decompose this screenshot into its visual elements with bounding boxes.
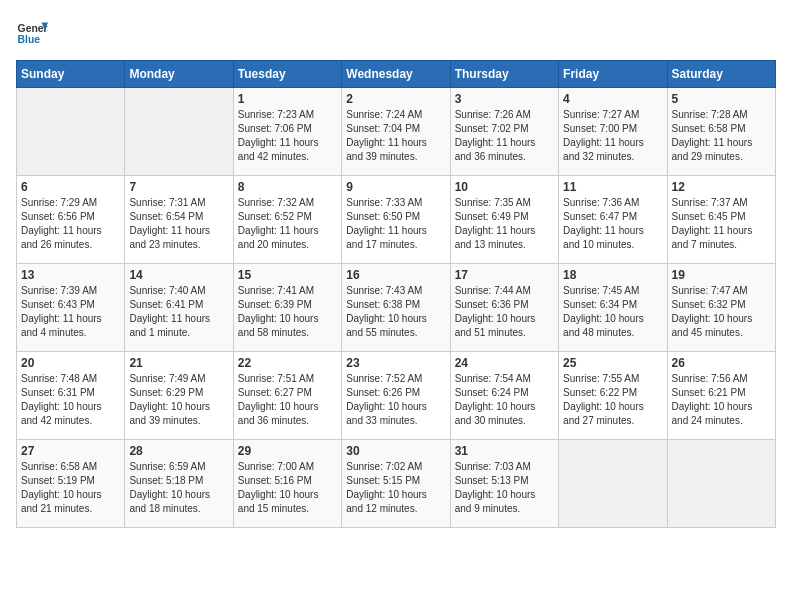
calendar-cell: 7Sunrise: 7:31 AM Sunset: 6:54 PM Daylig… bbox=[125, 176, 233, 264]
logo: General Blue bbox=[16, 16, 52, 48]
calendar-cell: 9Sunrise: 7:33 AM Sunset: 6:50 PM Daylig… bbox=[342, 176, 450, 264]
calendar-cell: 26Sunrise: 7:56 AM Sunset: 6:21 PM Dayli… bbox=[667, 352, 775, 440]
calendar-cell: 16Sunrise: 7:43 AM Sunset: 6:38 PM Dayli… bbox=[342, 264, 450, 352]
calendar-cell: 15Sunrise: 7:41 AM Sunset: 6:39 PM Dayli… bbox=[233, 264, 341, 352]
day-info: Sunrise: 7:44 AM Sunset: 6:36 PM Dayligh… bbox=[455, 284, 554, 340]
calendar-cell bbox=[559, 440, 667, 528]
day-info: Sunrise: 7:28 AM Sunset: 6:58 PM Dayligh… bbox=[672, 108, 771, 164]
day-info: Sunrise: 7:55 AM Sunset: 6:22 PM Dayligh… bbox=[563, 372, 662, 428]
calendar-cell: 5Sunrise: 7:28 AM Sunset: 6:58 PM Daylig… bbox=[667, 88, 775, 176]
weekday-header-wednesday: Wednesday bbox=[342, 61, 450, 88]
day-number: 7 bbox=[129, 180, 228, 194]
calendar-cell: 8Sunrise: 7:32 AM Sunset: 6:52 PM Daylig… bbox=[233, 176, 341, 264]
day-info: Sunrise: 7:36 AM Sunset: 6:47 PM Dayligh… bbox=[563, 196, 662, 252]
day-number: 30 bbox=[346, 444, 445, 458]
calendar-cell: 20Sunrise: 7:48 AM Sunset: 6:31 PM Dayli… bbox=[17, 352, 125, 440]
day-number: 31 bbox=[455, 444, 554, 458]
day-number: 13 bbox=[21, 268, 120, 282]
day-number: 11 bbox=[563, 180, 662, 194]
calendar-cell: 18Sunrise: 7:45 AM Sunset: 6:34 PM Dayli… bbox=[559, 264, 667, 352]
day-info: Sunrise: 6:58 AM Sunset: 5:19 PM Dayligh… bbox=[21, 460, 120, 516]
day-number: 1 bbox=[238, 92, 337, 106]
week-row-5: 27Sunrise: 6:58 AM Sunset: 5:19 PM Dayli… bbox=[17, 440, 776, 528]
day-number: 3 bbox=[455, 92, 554, 106]
day-info: Sunrise: 7:51 AM Sunset: 6:27 PM Dayligh… bbox=[238, 372, 337, 428]
calendar-cell bbox=[125, 88, 233, 176]
day-info: Sunrise: 7:56 AM Sunset: 6:21 PM Dayligh… bbox=[672, 372, 771, 428]
day-number: 23 bbox=[346, 356, 445, 370]
calendar-cell: 14Sunrise: 7:40 AM Sunset: 6:41 PM Dayli… bbox=[125, 264, 233, 352]
day-number: 16 bbox=[346, 268, 445, 282]
day-info: Sunrise: 7:00 AM Sunset: 5:16 PM Dayligh… bbox=[238, 460, 337, 516]
calendar-cell: 17Sunrise: 7:44 AM Sunset: 6:36 PM Dayli… bbox=[450, 264, 558, 352]
week-row-3: 13Sunrise: 7:39 AM Sunset: 6:43 PM Dayli… bbox=[17, 264, 776, 352]
calendar-cell: 6Sunrise: 7:29 AM Sunset: 6:56 PM Daylig… bbox=[17, 176, 125, 264]
day-info: Sunrise: 7:49 AM Sunset: 6:29 PM Dayligh… bbox=[129, 372, 228, 428]
weekday-header-saturday: Saturday bbox=[667, 61, 775, 88]
weekday-header-thursday: Thursday bbox=[450, 61, 558, 88]
day-info: Sunrise: 7:32 AM Sunset: 6:52 PM Dayligh… bbox=[238, 196, 337, 252]
day-info: Sunrise: 6:59 AM Sunset: 5:18 PM Dayligh… bbox=[129, 460, 228, 516]
day-info: Sunrise: 7:02 AM Sunset: 5:15 PM Dayligh… bbox=[346, 460, 445, 516]
calendar-cell: 22Sunrise: 7:51 AM Sunset: 6:27 PM Dayli… bbox=[233, 352, 341, 440]
day-info: Sunrise: 7:24 AM Sunset: 7:04 PM Dayligh… bbox=[346, 108, 445, 164]
calendar-body: 1Sunrise: 7:23 AM Sunset: 7:06 PM Daylig… bbox=[17, 88, 776, 528]
day-number: 12 bbox=[672, 180, 771, 194]
weekday-header-sunday: Sunday bbox=[17, 61, 125, 88]
week-row-4: 20Sunrise: 7:48 AM Sunset: 6:31 PM Dayli… bbox=[17, 352, 776, 440]
week-row-2: 6Sunrise: 7:29 AM Sunset: 6:56 PM Daylig… bbox=[17, 176, 776, 264]
day-info: Sunrise: 7:23 AM Sunset: 7:06 PM Dayligh… bbox=[238, 108, 337, 164]
calendar-cell: 28Sunrise: 6:59 AM Sunset: 5:18 PM Dayli… bbox=[125, 440, 233, 528]
day-info: Sunrise: 7:33 AM Sunset: 6:50 PM Dayligh… bbox=[346, 196, 445, 252]
day-info: Sunrise: 7:41 AM Sunset: 6:39 PM Dayligh… bbox=[238, 284, 337, 340]
day-info: Sunrise: 7:27 AM Sunset: 7:00 PM Dayligh… bbox=[563, 108, 662, 164]
weekday-header-monday: Monday bbox=[125, 61, 233, 88]
day-number: 14 bbox=[129, 268, 228, 282]
calendar-header: SundayMondayTuesdayWednesdayThursdayFrid… bbox=[17, 61, 776, 88]
calendar-table: SundayMondayTuesdayWednesdayThursdayFrid… bbox=[16, 60, 776, 528]
calendar-cell: 13Sunrise: 7:39 AM Sunset: 6:43 PM Dayli… bbox=[17, 264, 125, 352]
calendar-cell: 27Sunrise: 6:58 AM Sunset: 5:19 PM Dayli… bbox=[17, 440, 125, 528]
day-number: 6 bbox=[21, 180, 120, 194]
day-number: 17 bbox=[455, 268, 554, 282]
calendar-cell: 4Sunrise: 7:27 AM Sunset: 7:00 PM Daylig… bbox=[559, 88, 667, 176]
day-number: 2 bbox=[346, 92, 445, 106]
calendar-cell: 30Sunrise: 7:02 AM Sunset: 5:15 PM Dayli… bbox=[342, 440, 450, 528]
calendar-cell: 12Sunrise: 7:37 AM Sunset: 6:45 PM Dayli… bbox=[667, 176, 775, 264]
page-header: General Blue bbox=[16, 16, 776, 48]
day-info: Sunrise: 7:39 AM Sunset: 6:43 PM Dayligh… bbox=[21, 284, 120, 340]
day-number: 28 bbox=[129, 444, 228, 458]
calendar-cell: 1Sunrise: 7:23 AM Sunset: 7:06 PM Daylig… bbox=[233, 88, 341, 176]
calendar-cell bbox=[17, 88, 125, 176]
weekday-row: SundayMondayTuesdayWednesdayThursdayFrid… bbox=[17, 61, 776, 88]
day-info: Sunrise: 7:37 AM Sunset: 6:45 PM Dayligh… bbox=[672, 196, 771, 252]
day-info: Sunrise: 7:26 AM Sunset: 7:02 PM Dayligh… bbox=[455, 108, 554, 164]
day-number: 15 bbox=[238, 268, 337, 282]
day-info: Sunrise: 7:03 AM Sunset: 5:13 PM Dayligh… bbox=[455, 460, 554, 516]
calendar-cell: 31Sunrise: 7:03 AM Sunset: 5:13 PM Dayli… bbox=[450, 440, 558, 528]
day-number: 20 bbox=[21, 356, 120, 370]
day-number: 24 bbox=[455, 356, 554, 370]
day-number: 4 bbox=[563, 92, 662, 106]
calendar-cell: 3Sunrise: 7:26 AM Sunset: 7:02 PM Daylig… bbox=[450, 88, 558, 176]
day-number: 10 bbox=[455, 180, 554, 194]
day-number: 27 bbox=[21, 444, 120, 458]
day-number: 22 bbox=[238, 356, 337, 370]
day-info: Sunrise: 7:40 AM Sunset: 6:41 PM Dayligh… bbox=[129, 284, 228, 340]
day-info: Sunrise: 7:47 AM Sunset: 6:32 PM Dayligh… bbox=[672, 284, 771, 340]
day-info: Sunrise: 7:45 AM Sunset: 6:34 PM Dayligh… bbox=[563, 284, 662, 340]
day-info: Sunrise: 7:31 AM Sunset: 6:54 PM Dayligh… bbox=[129, 196, 228, 252]
svg-text:Blue: Blue bbox=[18, 34, 41, 45]
day-info: Sunrise: 7:35 AM Sunset: 6:49 PM Dayligh… bbox=[455, 196, 554, 252]
week-row-1: 1Sunrise: 7:23 AM Sunset: 7:06 PM Daylig… bbox=[17, 88, 776, 176]
calendar-cell: 29Sunrise: 7:00 AM Sunset: 5:16 PM Dayli… bbox=[233, 440, 341, 528]
day-number: 8 bbox=[238, 180, 337, 194]
day-number: 21 bbox=[129, 356, 228, 370]
calendar-cell: 23Sunrise: 7:52 AM Sunset: 6:26 PM Dayli… bbox=[342, 352, 450, 440]
day-info: Sunrise: 7:48 AM Sunset: 6:31 PM Dayligh… bbox=[21, 372, 120, 428]
day-number: 19 bbox=[672, 268, 771, 282]
calendar-cell: 19Sunrise: 7:47 AM Sunset: 6:32 PM Dayli… bbox=[667, 264, 775, 352]
calendar-cell: 21Sunrise: 7:49 AM Sunset: 6:29 PM Dayli… bbox=[125, 352, 233, 440]
calendar-cell: 25Sunrise: 7:55 AM Sunset: 6:22 PM Dayli… bbox=[559, 352, 667, 440]
day-info: Sunrise: 7:54 AM Sunset: 6:24 PM Dayligh… bbox=[455, 372, 554, 428]
